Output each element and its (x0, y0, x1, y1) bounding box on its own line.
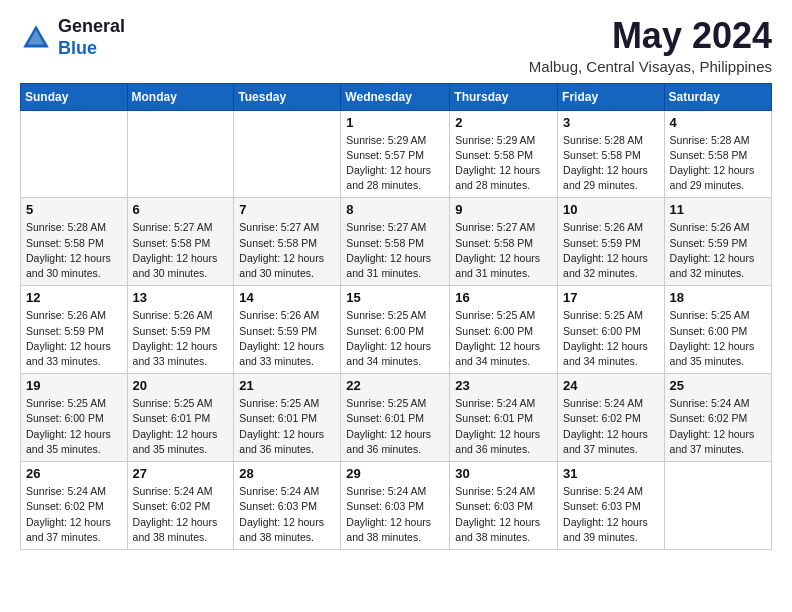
header-monday: Monday (127, 83, 234, 110)
cell-date: 3 (563, 115, 659, 130)
table-row: 30Sunrise: 5:24 AM Sunset: 6:03 PM Dayli… (450, 462, 558, 550)
cell-date: 8 (346, 202, 444, 217)
cell-date: 12 (26, 290, 122, 305)
cell-date: 5 (26, 202, 122, 217)
cell-date: 29 (346, 466, 444, 481)
cell-info: Sunrise: 5:28 AM Sunset: 5:58 PM Dayligh… (563, 133, 659, 194)
cell-date: 14 (239, 290, 335, 305)
cell-info: Sunrise: 5:25 AM Sunset: 6:01 PM Dayligh… (346, 396, 444, 457)
cell-info: Sunrise: 5:27 AM Sunset: 5:58 PM Dayligh… (133, 220, 229, 281)
cell-info: Sunrise: 5:25 AM Sunset: 6:00 PM Dayligh… (563, 308, 659, 369)
cell-info: Sunrise: 5:26 AM Sunset: 5:59 PM Dayligh… (133, 308, 229, 369)
header-tuesday: Tuesday (234, 83, 341, 110)
table-row: 16Sunrise: 5:25 AM Sunset: 6:00 PM Dayli… (450, 286, 558, 374)
table-row: 4Sunrise: 5:28 AM Sunset: 5:58 PM Daylig… (664, 110, 771, 198)
cell-date: 15 (346, 290, 444, 305)
cell-info: Sunrise: 5:24 AM Sunset: 6:02 PM Dayligh… (563, 396, 659, 457)
table-row: 1Sunrise: 5:29 AM Sunset: 5:57 PM Daylig… (341, 110, 450, 198)
table-row: 14Sunrise: 5:26 AM Sunset: 5:59 PM Dayli… (234, 286, 341, 374)
cell-info: Sunrise: 5:29 AM Sunset: 5:57 PM Dayligh… (346, 133, 444, 194)
table-row (664, 462, 771, 550)
cell-info: Sunrise: 5:24 AM Sunset: 6:03 PM Dayligh… (563, 484, 659, 545)
header: General Blue May 2024 Malbug, Central Vi… (20, 16, 772, 75)
header-thursday: Thursday (450, 83, 558, 110)
cell-date: 18 (670, 290, 766, 305)
cell-date: 1 (346, 115, 444, 130)
calendar-table: Sunday Monday Tuesday Wednesday Thursday… (20, 83, 772, 550)
cell-info: Sunrise: 5:25 AM Sunset: 6:00 PM Dayligh… (670, 308, 766, 369)
cell-date: 6 (133, 202, 229, 217)
cell-date: 4 (670, 115, 766, 130)
cell-date: 13 (133, 290, 229, 305)
cell-date: 25 (670, 378, 766, 393)
cell-date: 28 (239, 466, 335, 481)
week-row-3: 19Sunrise: 5:25 AM Sunset: 6:00 PM Dayli… (21, 374, 772, 462)
header-wednesday: Wednesday (341, 83, 450, 110)
table-row: 22Sunrise: 5:25 AM Sunset: 6:01 PM Dayli… (341, 374, 450, 462)
cell-date: 30 (455, 466, 552, 481)
cell-info: Sunrise: 5:24 AM Sunset: 6:03 PM Dayligh… (455, 484, 552, 545)
cell-date: 21 (239, 378, 335, 393)
week-row-2: 12Sunrise: 5:26 AM Sunset: 5:59 PM Dayli… (21, 286, 772, 374)
table-row: 5Sunrise: 5:28 AM Sunset: 5:58 PM Daylig… (21, 198, 128, 286)
table-row: 13Sunrise: 5:26 AM Sunset: 5:59 PM Dayli… (127, 286, 234, 374)
cell-date: 22 (346, 378, 444, 393)
table-row: 12Sunrise: 5:26 AM Sunset: 5:59 PM Dayli… (21, 286, 128, 374)
table-row: 15Sunrise: 5:25 AM Sunset: 6:00 PM Dayli… (341, 286, 450, 374)
logo: General Blue (20, 16, 125, 59)
cell-info: Sunrise: 5:24 AM Sunset: 6:02 PM Dayligh… (670, 396, 766, 457)
table-row: 11Sunrise: 5:26 AM Sunset: 5:59 PM Dayli… (664, 198, 771, 286)
table-row: 29Sunrise: 5:24 AM Sunset: 6:03 PM Dayli… (341, 462, 450, 550)
table-row: 19Sunrise: 5:25 AM Sunset: 6:00 PM Dayli… (21, 374, 128, 462)
header-saturday: Saturday (664, 83, 771, 110)
cell-date: 27 (133, 466, 229, 481)
cell-date: 7 (239, 202, 335, 217)
cell-date: 26 (26, 466, 122, 481)
table-row (234, 110, 341, 198)
cell-info: Sunrise: 5:25 AM Sunset: 6:00 PM Dayligh… (455, 308, 552, 369)
table-row: 23Sunrise: 5:24 AM Sunset: 6:01 PM Dayli… (450, 374, 558, 462)
cell-date: 16 (455, 290, 552, 305)
cell-date: 10 (563, 202, 659, 217)
cell-info: Sunrise: 5:25 AM Sunset: 6:00 PM Dayligh… (346, 308, 444, 369)
table-row: 17Sunrise: 5:25 AM Sunset: 6:00 PM Dayli… (558, 286, 665, 374)
table-row: 18Sunrise: 5:25 AM Sunset: 6:00 PM Dayli… (664, 286, 771, 374)
cell-info: Sunrise: 5:27 AM Sunset: 5:58 PM Dayligh… (239, 220, 335, 281)
cell-info: Sunrise: 5:26 AM Sunset: 5:59 PM Dayligh… (670, 220, 766, 281)
cell-date: 31 (563, 466, 659, 481)
table-row: 26Sunrise: 5:24 AM Sunset: 6:02 PM Dayli… (21, 462, 128, 550)
logo-icon (20, 22, 52, 54)
table-row (127, 110, 234, 198)
page: General Blue May 2024 Malbug, Central Vi… (0, 0, 792, 566)
table-row: 31Sunrise: 5:24 AM Sunset: 6:03 PM Dayli… (558, 462, 665, 550)
cell-info: Sunrise: 5:28 AM Sunset: 5:58 PM Dayligh… (26, 220, 122, 281)
logo-text: General Blue (58, 16, 125, 59)
table-row: 27Sunrise: 5:24 AM Sunset: 6:02 PM Dayli… (127, 462, 234, 550)
calendar-subtitle: Malbug, Central Visayas, Philippines (529, 58, 772, 75)
cell-info: Sunrise: 5:29 AM Sunset: 5:58 PM Dayligh… (455, 133, 552, 194)
cell-date: 17 (563, 290, 659, 305)
cell-info: Sunrise: 5:26 AM Sunset: 5:59 PM Dayligh… (26, 308, 122, 369)
cell-info: Sunrise: 5:24 AM Sunset: 6:01 PM Dayligh… (455, 396, 552, 457)
cell-date: 23 (455, 378, 552, 393)
cell-date: 11 (670, 202, 766, 217)
cell-info: Sunrise: 5:25 AM Sunset: 6:01 PM Dayligh… (239, 396, 335, 457)
title-block: May 2024 Malbug, Central Visayas, Philip… (529, 16, 772, 75)
cell-date: 20 (133, 378, 229, 393)
cell-info: Sunrise: 5:25 AM Sunset: 6:01 PM Dayligh… (133, 396, 229, 457)
cell-info: Sunrise: 5:26 AM Sunset: 5:59 PM Dayligh… (563, 220, 659, 281)
table-row: 20Sunrise: 5:25 AM Sunset: 6:01 PM Dayli… (127, 374, 234, 462)
table-row: 2Sunrise: 5:29 AM Sunset: 5:58 PM Daylig… (450, 110, 558, 198)
table-row: 9Sunrise: 5:27 AM Sunset: 5:58 PM Daylig… (450, 198, 558, 286)
table-row: 10Sunrise: 5:26 AM Sunset: 5:59 PM Dayli… (558, 198, 665, 286)
week-row-1: 5Sunrise: 5:28 AM Sunset: 5:58 PM Daylig… (21, 198, 772, 286)
table-row: 3Sunrise: 5:28 AM Sunset: 5:58 PM Daylig… (558, 110, 665, 198)
cell-date: 24 (563, 378, 659, 393)
logo-blue: Blue (58, 38, 125, 60)
calendar-title: May 2024 (529, 16, 772, 56)
table-row: 25Sunrise: 5:24 AM Sunset: 6:02 PM Dayli… (664, 374, 771, 462)
table-row: 8Sunrise: 5:27 AM Sunset: 5:58 PM Daylig… (341, 198, 450, 286)
header-friday: Friday (558, 83, 665, 110)
cell-info: Sunrise: 5:24 AM Sunset: 6:03 PM Dayligh… (346, 484, 444, 545)
calendar-header-row: Sunday Monday Tuesday Wednesday Thursday… (21, 83, 772, 110)
